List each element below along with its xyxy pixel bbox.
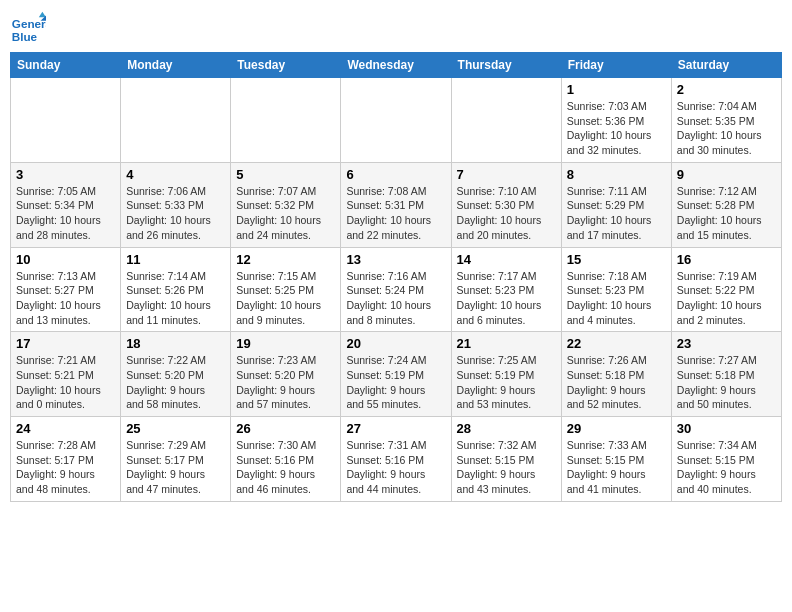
day-number: 20: [346, 336, 445, 351]
day-cell: 2Sunrise: 7:04 AM Sunset: 5:35 PM Daylig…: [671, 78, 781, 163]
day-cell: [341, 78, 451, 163]
day-number: 25: [126, 421, 225, 436]
day-cell: 21Sunrise: 7:25 AM Sunset: 5:19 PM Dayli…: [451, 332, 561, 417]
day-number: 4: [126, 167, 225, 182]
day-info: Sunrise: 7:30 AM Sunset: 5:16 PM Dayligh…: [236, 438, 335, 497]
day-info: Sunrise: 7:25 AM Sunset: 5:19 PM Dayligh…: [457, 353, 556, 412]
day-number: 1: [567, 82, 666, 97]
day-info: Sunrise: 7:16 AM Sunset: 5:24 PM Dayligh…: [346, 269, 445, 328]
day-number: 17: [16, 336, 115, 351]
day-cell: 1Sunrise: 7:03 AM Sunset: 5:36 PM Daylig…: [561, 78, 671, 163]
day-info: Sunrise: 7:28 AM Sunset: 5:17 PM Dayligh…: [16, 438, 115, 497]
day-info: Sunrise: 7:19 AM Sunset: 5:22 PM Dayligh…: [677, 269, 776, 328]
day-cell: 20Sunrise: 7:24 AM Sunset: 5:19 PM Dayli…: [341, 332, 451, 417]
day-info: Sunrise: 7:10 AM Sunset: 5:30 PM Dayligh…: [457, 184, 556, 243]
day-cell: 25Sunrise: 7:29 AM Sunset: 5:17 PM Dayli…: [121, 417, 231, 502]
day-cell: 27Sunrise: 7:31 AM Sunset: 5:16 PM Dayli…: [341, 417, 451, 502]
day-info: Sunrise: 7:32 AM Sunset: 5:15 PM Dayligh…: [457, 438, 556, 497]
logo: General Blue: [10, 10, 50, 46]
day-info: Sunrise: 7:06 AM Sunset: 5:33 PM Dayligh…: [126, 184, 225, 243]
day-info: Sunrise: 7:22 AM Sunset: 5:20 PM Dayligh…: [126, 353, 225, 412]
day-cell: 12Sunrise: 7:15 AM Sunset: 5:25 PM Dayli…: [231, 247, 341, 332]
day-cell: 29Sunrise: 7:33 AM Sunset: 5:15 PM Dayli…: [561, 417, 671, 502]
day-info: Sunrise: 7:18 AM Sunset: 5:23 PM Dayligh…: [567, 269, 666, 328]
day-cell: [231, 78, 341, 163]
day-info: Sunrise: 7:34 AM Sunset: 5:15 PM Dayligh…: [677, 438, 776, 497]
dow-header-thursday: Thursday: [451, 53, 561, 78]
day-cell: [121, 78, 231, 163]
day-number: 12: [236, 252, 335, 267]
day-cell: 19Sunrise: 7:23 AM Sunset: 5:20 PM Dayli…: [231, 332, 341, 417]
day-number: 9: [677, 167, 776, 182]
day-cell: 18Sunrise: 7:22 AM Sunset: 5:20 PM Dayli…: [121, 332, 231, 417]
day-number: 29: [567, 421, 666, 436]
day-cell: [11, 78, 121, 163]
page-header: General Blue: [10, 10, 782, 46]
day-cell: 3Sunrise: 7:05 AM Sunset: 5:34 PM Daylig…: [11, 162, 121, 247]
day-cell: 28Sunrise: 7:32 AM Sunset: 5:15 PM Dayli…: [451, 417, 561, 502]
day-number: 13: [346, 252, 445, 267]
day-number: 30: [677, 421, 776, 436]
day-cell: 22Sunrise: 7:26 AM Sunset: 5:18 PM Dayli…: [561, 332, 671, 417]
day-cell: 14Sunrise: 7:17 AM Sunset: 5:23 PM Dayli…: [451, 247, 561, 332]
day-number: 11: [126, 252, 225, 267]
day-info: Sunrise: 7:15 AM Sunset: 5:25 PM Dayligh…: [236, 269, 335, 328]
day-number: 19: [236, 336, 335, 351]
day-number: 21: [457, 336, 556, 351]
dow-header-friday: Friday: [561, 53, 671, 78]
day-info: Sunrise: 7:24 AM Sunset: 5:19 PM Dayligh…: [346, 353, 445, 412]
day-info: Sunrise: 7:17 AM Sunset: 5:23 PM Dayligh…: [457, 269, 556, 328]
dow-header-monday: Monday: [121, 53, 231, 78]
day-info: Sunrise: 7:23 AM Sunset: 5:20 PM Dayligh…: [236, 353, 335, 412]
day-cell: 15Sunrise: 7:18 AM Sunset: 5:23 PM Dayli…: [561, 247, 671, 332]
day-number: 14: [457, 252, 556, 267]
day-cell: 10Sunrise: 7:13 AM Sunset: 5:27 PM Dayli…: [11, 247, 121, 332]
calendar-table: SundayMondayTuesdayWednesdayThursdayFrid…: [10, 52, 782, 502]
dow-header-sunday: Sunday: [11, 53, 121, 78]
day-number: 18: [126, 336, 225, 351]
day-cell: 8Sunrise: 7:11 AM Sunset: 5:29 PM Daylig…: [561, 162, 671, 247]
day-number: 27: [346, 421, 445, 436]
day-number: 26: [236, 421, 335, 436]
day-cell: 7Sunrise: 7:10 AM Sunset: 5:30 PM Daylig…: [451, 162, 561, 247]
day-cell: 11Sunrise: 7:14 AM Sunset: 5:26 PM Dayli…: [121, 247, 231, 332]
day-info: Sunrise: 7:12 AM Sunset: 5:28 PM Dayligh…: [677, 184, 776, 243]
day-info: Sunrise: 7:31 AM Sunset: 5:16 PM Dayligh…: [346, 438, 445, 497]
day-number: 5: [236, 167, 335, 182]
day-info: Sunrise: 7:03 AM Sunset: 5:36 PM Dayligh…: [567, 99, 666, 158]
day-number: 10: [16, 252, 115, 267]
day-number: 8: [567, 167, 666, 182]
day-cell: 30Sunrise: 7:34 AM Sunset: 5:15 PM Dayli…: [671, 417, 781, 502]
day-info: Sunrise: 7:04 AM Sunset: 5:35 PM Dayligh…: [677, 99, 776, 158]
day-info: Sunrise: 7:26 AM Sunset: 5:18 PM Dayligh…: [567, 353, 666, 412]
day-info: Sunrise: 7:08 AM Sunset: 5:31 PM Dayligh…: [346, 184, 445, 243]
svg-text:General: General: [12, 17, 46, 30]
day-info: Sunrise: 7:29 AM Sunset: 5:17 PM Dayligh…: [126, 438, 225, 497]
day-number: 6: [346, 167, 445, 182]
logo-icon: General Blue: [10, 10, 46, 46]
days-of-week-row: SundayMondayTuesdayWednesdayThursdayFrid…: [11, 53, 782, 78]
day-number: 28: [457, 421, 556, 436]
dow-header-wednesday: Wednesday: [341, 53, 451, 78]
week-row-5: 24Sunrise: 7:28 AM Sunset: 5:17 PM Dayli…: [11, 417, 782, 502]
week-row-4: 17Sunrise: 7:21 AM Sunset: 5:21 PM Dayli…: [11, 332, 782, 417]
day-cell: 24Sunrise: 7:28 AM Sunset: 5:17 PM Dayli…: [11, 417, 121, 502]
day-info: Sunrise: 7:14 AM Sunset: 5:26 PM Dayligh…: [126, 269, 225, 328]
calendar-body: 1Sunrise: 7:03 AM Sunset: 5:36 PM Daylig…: [11, 78, 782, 502]
dow-header-saturday: Saturday: [671, 53, 781, 78]
svg-marker-2: [39, 12, 46, 17]
day-cell: 16Sunrise: 7:19 AM Sunset: 5:22 PM Dayli…: [671, 247, 781, 332]
week-row-1: 1Sunrise: 7:03 AM Sunset: 5:36 PM Daylig…: [11, 78, 782, 163]
day-info: Sunrise: 7:27 AM Sunset: 5:18 PM Dayligh…: [677, 353, 776, 412]
day-cell: 6Sunrise: 7:08 AM Sunset: 5:31 PM Daylig…: [341, 162, 451, 247]
day-cell: 26Sunrise: 7:30 AM Sunset: 5:16 PM Dayli…: [231, 417, 341, 502]
day-cell: 13Sunrise: 7:16 AM Sunset: 5:24 PM Dayli…: [341, 247, 451, 332]
day-info: Sunrise: 7:33 AM Sunset: 5:15 PM Dayligh…: [567, 438, 666, 497]
week-row-2: 3Sunrise: 7:05 AM Sunset: 5:34 PM Daylig…: [11, 162, 782, 247]
day-number: 3: [16, 167, 115, 182]
day-info: Sunrise: 7:07 AM Sunset: 5:32 PM Dayligh…: [236, 184, 335, 243]
day-cell: 4Sunrise: 7:06 AM Sunset: 5:33 PM Daylig…: [121, 162, 231, 247]
day-info: Sunrise: 7:13 AM Sunset: 5:27 PM Dayligh…: [16, 269, 115, 328]
dow-header-tuesday: Tuesday: [231, 53, 341, 78]
day-cell: 5Sunrise: 7:07 AM Sunset: 5:32 PM Daylig…: [231, 162, 341, 247]
